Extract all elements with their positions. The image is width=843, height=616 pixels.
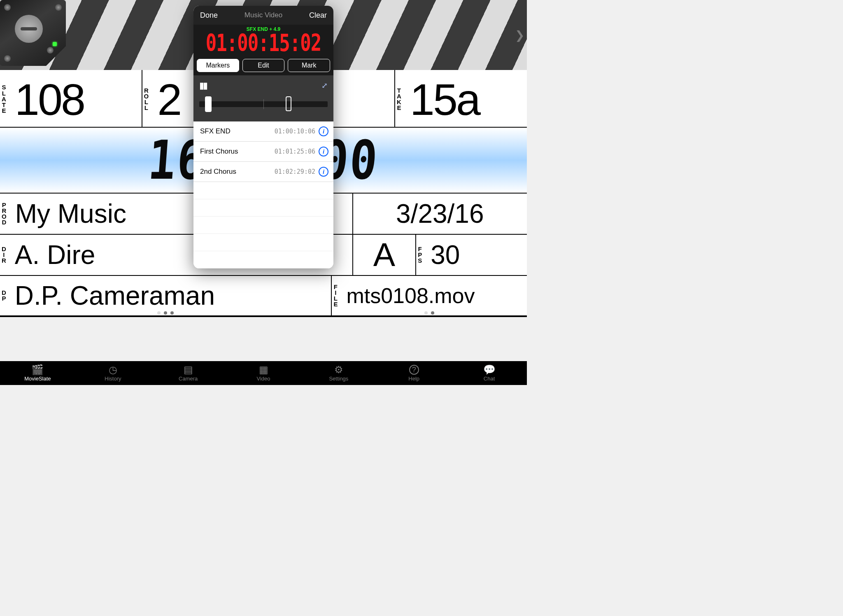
info-icon[interactable]: i: [319, 167, 328, 177]
dir-label: DIR: [0, 246, 8, 264]
status-led-icon: [53, 42, 57, 46]
tab-label: History: [105, 376, 121, 382]
popover-timecode-value: 01:00:15:02: [197, 29, 330, 56]
expand-icon[interactable]: ⤢: [321, 81, 328, 90]
tab-history[interactable]: ◷ History: [75, 365, 151, 382]
slate-value[interactable]: 108: [8, 74, 84, 125]
fps-label: FPS: [416, 246, 424, 264]
cam-value[interactable]: A: [373, 236, 395, 274]
film-icon: ▦: [259, 365, 268, 375]
tab-label: Settings: [329, 376, 348, 382]
popover-header: Done Music Video Clear: [193, 6, 333, 25]
tab-camera[interactable]: ▤ Camera: [151, 365, 226, 382]
dir-value[interactable]: A. Dire: [8, 240, 95, 270]
file-value[interactable]: mts0108.mov: [340, 283, 475, 308]
dp-value[interactable]: D.P. Cameraman: [8, 280, 215, 311]
screw-icon: [4, 4, 11, 11]
marker-row[interactable]: 2nd Chorus 01:02:29:02 i: [193, 162, 333, 182]
popover-title: Music Video: [245, 11, 282, 19]
screw-icon: [4, 55, 11, 62]
screw-icon: [55, 4, 62, 11]
marker-empty-row: [193, 217, 333, 234]
segmented-control: Markers Edit Mark: [193, 56, 333, 75]
row-dp-file: DP D.P. Cameraman FILE mts0108.mov: [0, 276, 527, 317]
marker-name: SFX END: [200, 127, 245, 135]
playback-controls: ▮▮ ⤢: [193, 75, 333, 121]
info-icon[interactable]: i: [319, 126, 328, 136]
tab-label: Camera: [179, 376, 198, 382]
tab-video[interactable]: ▦ Video: [226, 365, 301, 382]
tab-movieslate[interactable]: 🎬 MovieSlate: [0, 365, 75, 382]
screw-icon: [47, 47, 54, 54]
scrub-slider[interactable]: [199, 96, 328, 112]
marker-timecode: 01:01:25:06: [249, 148, 315, 155]
file-label: FILE: [332, 284, 340, 308]
marker-timecode: 01:00:10:06: [249, 128, 315, 135]
tab-label: Video: [257, 376, 270, 382]
marker-row[interactable]: SFX END 01:00:10:06 i: [193, 121, 333, 142]
chat-icon: 💬: [483, 365, 496, 375]
seg-markers-button[interactable]: Markers: [197, 59, 239, 72]
fps-value[interactable]: 30: [424, 240, 460, 270]
music-video-popover: Done Music Video Clear SFX END + 4.9 01:…: [193, 6, 333, 268]
marker-row[interactable]: First Chorus 01:01:25:06 i: [193, 142, 333, 162]
prod-label: PROD: [0, 202, 9, 226]
tab-label: Help: [408, 376, 419, 382]
seg-mark-button[interactable]: Mark: [288, 59, 330, 72]
tab-bar: 🎬 MovieSlate ◷ History ▤ Camera ▦ Video …: [0, 361, 527, 385]
roll-label: ROLL: [142, 88, 151, 111]
tab-chat[interactable]: 💬 Chat: [452, 365, 527, 382]
popover-timecode-box: SFX END + 4.9 01:00:15:02: [193, 25, 333, 56]
date-value[interactable]: 3/23/16: [396, 198, 484, 229]
marker-empty-row: [193, 234, 333, 251]
info-icon[interactable]: i: [319, 147, 328, 156]
page-dots-right[interactable]: [424, 311, 434, 315]
marker-name: 2nd Chorus: [200, 168, 245, 176]
seg-edit-button[interactable]: Edit: [242, 59, 285, 72]
clear-button[interactable]: Clear: [309, 11, 327, 20]
marker-name: First Chorus: [200, 147, 245, 156]
done-button[interactable]: Done: [200, 11, 218, 20]
prod-value[interactable]: My Music: [9, 198, 126, 229]
tab-settings[interactable]: ⚙ Settings: [301, 365, 376, 382]
roll-value[interactable]: 2: [151, 74, 180, 125]
hinge-dial-icon: [15, 15, 43, 43]
clock-icon: ◷: [109, 365, 117, 375]
marker-list: SFX END 01:00:10:06 i First Chorus 01:01…: [193, 121, 333, 268]
slider-midpoint-icon: [263, 99, 264, 109]
page-dots-left[interactable]: [157, 311, 174, 315]
clapper-icon: 🎬: [31, 365, 44, 375]
marker-timecode: 01:02:29:02: [249, 168, 315, 175]
slate-label: SLATE: [0, 84, 8, 114]
take-label: TAKE: [395, 88, 403, 111]
next-slate-chevron-icon[interactable]: ❯: [515, 28, 524, 42]
marker-empty-row: [193, 199, 333, 217]
gear-icon: ⚙: [334, 365, 343, 375]
tab-label: Chat: [484, 376, 495, 382]
tab-label: MovieSlate: [24, 376, 51, 382]
clapper-hinge[interactable]: [0, 0, 66, 66]
marker-empty-row: [193, 251, 333, 268]
marker-empty-row: [193, 182, 333, 199]
camera-info-icon: ▤: [184, 365, 193, 375]
slider-thumb-in[interactable]: [205, 96, 212, 112]
tab-help[interactable]: ? Help: [376, 365, 452, 382]
dp-label: DP: [0, 290, 8, 302]
take-value[interactable]: 15a: [403, 74, 479, 125]
slider-thumb-playhead[interactable]: [286, 96, 291, 111]
help-icon: ?: [409, 365, 419, 375]
pause-icon[interactable]: ▮▮: [199, 80, 207, 91]
